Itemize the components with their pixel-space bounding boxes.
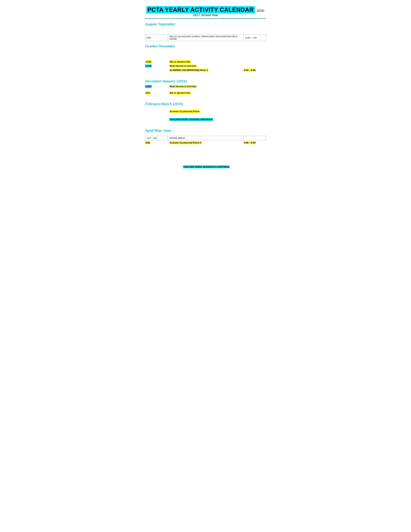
event-time: [243, 136, 266, 140]
event-description: TEACHER WORK SESSION IN CAFETERIA: [169, 165, 243, 168]
spacer: [145, 134, 266, 136]
spacer: [145, 57, 266, 60]
event-12-23: 12/23 Work Session in Cafeteria: [145, 85, 266, 88]
event-date: 4/17 – 4/21: [145, 136, 168, 140]
desc-highlight: Academic Celebration( Period 4: [169, 141, 202, 144]
event-description: Work Session in Cafeteria: [169, 85, 243, 88]
event-date: 4/26: [145, 141, 169, 144]
table-row: 4/17 – 4/21 SPRING BREAK: [145, 136, 266, 140]
spacer: [145, 155, 266, 158]
event-teacher-work-session-feb: TEACHER WORK SESSION CAFETERIA: [145, 118, 266, 122]
event-teacher-work-session-final: TEACHER WORK SESSION IN CAFETERIA: [145, 165, 266, 169]
section-aug-sep: August/ September: [145, 22, 266, 26]
event-date: 9/30: [145, 35, 168, 41]
event-11-16: 11/16 End of Quarter One: [145, 60, 266, 64]
title-divider: [145, 18, 266, 19]
event-description: TEACHER WORK SESSION CAFETERIA: [169, 118, 243, 121]
section-dec-jan: December/January (2016): [145, 79, 266, 83]
event-4-26: 4/26 Academic Celebration( Period 4 4:00…: [145, 141, 266, 145]
event-1-31: 1/31 End of Quarter Two: [145, 91, 266, 95]
spring-break-table: 4/17 – 4/21 SPRING BREAK: [145, 136, 266, 140]
event-description: SPRING BREAK: [168, 136, 243, 140]
event-description: SKILLS USA KICKOFF & PARCC PROFICIENCY R…: [168, 35, 243, 41]
time-highlight: 4:00 – 6:00: [243, 141, 256, 144]
desc-highlight: End of Quarter One: [169, 60, 191, 63]
spacer: [145, 28, 266, 31]
section-apr-jun: April/May/ June: [145, 128, 266, 133]
spacer: [145, 162, 266, 165]
event-academic-celebration-feb: Academic Celebration( Period: [145, 110, 266, 114]
title-main: PCTA YEARLY ACTIVITY CALENDAR: [146, 6, 255, 13]
desc-highlight: End of Quarter Two: [169, 91, 191, 94]
desc-highlight: Work Session in Cafeteria: [169, 65, 197, 67]
event-date: 11/16: [145, 60, 169, 63]
date-highlight: 4/26: [145, 141, 150, 144]
event-date: 1/31: [145, 91, 169, 94]
section-oct-nov: October/November: [145, 44, 266, 48]
spacer: [145, 145, 266, 149]
date-highlight: 12/23: [145, 85, 152, 88]
event-description: Work Session in Cafeteria: [169, 65, 243, 67]
event-date: 11/18: [145, 65, 169, 67]
date-highlight: 11/16: [145, 60, 152, 63]
spacer: [145, 89, 266, 91]
desc-highlight: AcADEMIC CELEBRATION( Period 1: [169, 69, 209, 72]
spacer: [145, 95, 266, 99]
event-description: Academic Celebration( Period 4: [169, 141, 243, 144]
event-11-18: 11/18 Work Session in Cafeteria: [145, 65, 266, 68]
event-academic-celebration-1: AcADEMIC CELEBRATION( Period 1 4:00 – 6:…: [145, 69, 266, 72]
event-time: 12:00 – 1:50: [243, 35, 266, 41]
section-feb-mar: February/March (2016): [145, 102, 266, 106]
spacer: [145, 73, 266, 76]
event-description: End of Quarter One: [169, 60, 243, 63]
event-description: AcADEMIC CELEBRATION( Period 1: [169, 69, 243, 72]
spacer: [145, 53, 266, 57]
spacer: [145, 122, 266, 125]
date-highlight: 11/18: [145, 65, 152, 67]
spacer: [145, 50, 266, 53]
spacer: [145, 31, 266, 34]
desc-highlight: TEACHER WORK SESSION IN CAFETERIA: [183, 165, 230, 168]
spacer: [145, 108, 266, 109]
desc-highlight: Work Session in Cafeteria: [169, 85, 197, 88]
event-time: 4:00 – 6:00: [243, 69, 266, 72]
event-description: End of Quarter Two: [169, 91, 243, 94]
spacer: [145, 158, 266, 162]
time-highlight: 4:00 – 6:00: [243, 69, 256, 72]
spacer: [145, 114, 266, 117]
aug-sep-events: 9/30 SKILLS USA KICKOFF & PARCC PROFICIE…: [145, 34, 266, 41]
event-time: 4:00 – 6:00: [243, 141, 266, 144]
spacer: [145, 149, 266, 152]
page-title: PCTA YEARLY ACTIVITY CALENDAR2016-2017 S…: [145, 6, 266, 17]
event-date: 12/23: [145, 85, 169, 88]
desc-highlight: TEACHER WORK SESSION CAFETERIA: [169, 118, 213, 121]
spacer: [145, 152, 266, 155]
event-description: Academic Celebration( Period: [169, 110, 243, 113]
date-highlight: 1/31: [145, 91, 150, 94]
desc-highlight: Academic Celebration( Period: [169, 110, 200, 113]
table-row: 9/30 SKILLS USA KICKOFF & PARCC PROFICIE…: [145, 35, 266, 41]
